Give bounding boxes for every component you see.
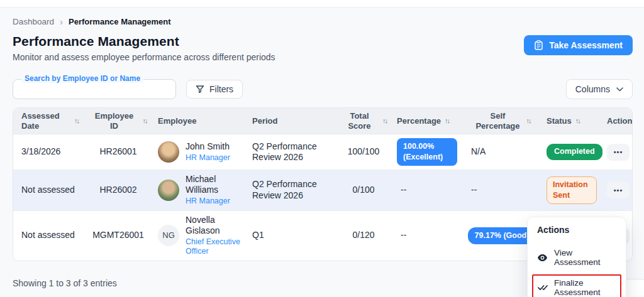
entries-summary: Showing 1 to 3 of 3 entries <box>13 278 117 288</box>
cell-self-percentage: N/A <box>462 143 541 161</box>
breadcrumb-dashboard[interactable]: Dashboard <box>13 17 54 26</box>
breadcrumb-current: Performance Management <box>69 17 171 26</box>
employee-role-link[interactable]: HR Manager <box>186 197 242 207</box>
employee-role-link[interactable]: HR Manager <box>186 153 230 163</box>
column-header-percentage[interactable]: Percentage ↑↓ <box>392 113 462 129</box>
pagination-button[interactable] <box>624 279 644 297</box>
columns-button[interactable]: Columns <box>566 79 633 99</box>
column-header-employee-id[interactable]: Employee ID ↑↓ <box>84 108 153 134</box>
chevron-down-icon <box>616 87 623 92</box>
search-field: Search by Employee ID or Name <box>13 79 176 99</box>
cell-assessed-date: Not assessed <box>13 226 84 245</box>
actions-menu-title: Actions <box>528 225 626 237</box>
sort-icon[interactable]: ↑↓ <box>445 117 449 125</box>
title-block: Performance Management Monitor and asses… <box>13 34 275 62</box>
cell-status: Completed <box>541 140 602 164</box>
top-strip <box>0 0 644 8</box>
column-header-employee: Employee <box>153 113 247 129</box>
sort-icon[interactable]: ↑↓ <box>382 117 387 125</box>
view-assessment-menu-item[interactable]: View Assessment <box>528 244 626 271</box>
self-percentage-badge: 79.17% (Good) <box>468 227 536 244</box>
page-header: Performance Management Monitor and asses… <box>13 34 633 62</box>
cell-employee-id: HR26002 <box>84 181 153 200</box>
row-actions-button[interactable]: ••• <box>607 181 630 198</box>
table-row[interactable]: 3/18/2026 HR26001 John Smith HR Manager … <box>13 134 632 170</box>
column-header-status[interactable]: Status ↑↓ <box>541 113 602 129</box>
cell-total-score: 100/100 <box>335 143 392 161</box>
cell-employee: Michael Williams HR Manager <box>153 170 247 210</box>
columns-label: Columns <box>575 84 610 94</box>
status-badge: Completed <box>547 144 602 160</box>
cell-employee-id: HR26001 <box>84 143 153 161</box>
eye-icon <box>537 254 548 262</box>
finalize-assessment-menu-item[interactable]: Finalize Assessment <box>532 274 621 297</box>
filters-button[interactable]: Filters <box>186 80 243 99</box>
employee-role-link[interactable]: Chief Executive Officer <box>186 237 242 257</box>
breadcrumb: Dashboard › Performance Management <box>13 17 633 26</box>
filter-funnel-icon <box>196 85 204 94</box>
cell-percentage: 100.00% (Excellent) <box>392 134 462 170</box>
view-assessment-label: View Assessment <box>554 248 616 267</box>
page-title: Performance Management <box>13 34 275 49</box>
avatar <box>158 141 179 163</box>
cell-action: ••• <box>602 140 633 165</box>
cell-employee: NG Novella Gislason Chief Executive Offi… <box>153 211 247 261</box>
column-header-self-percentage[interactable]: Self Percentage ↑↓ <box>462 108 541 134</box>
search-label: Search by Employee ID or Name <box>21 74 143 83</box>
cell-percentage: -- <box>392 226 462 245</box>
cell-total-score: 0/120 <box>335 226 392 245</box>
cell-total-score: 0/100 <box>335 181 392 200</box>
avatar-initials: NG <box>158 225 179 246</box>
actions-menu: Actions View Assessment Finalize Assessm… <box>527 217 626 297</box>
column-header-period: Period <box>247 113 335 129</box>
sort-icon[interactable]: ↑↓ <box>575 117 580 125</box>
sort-icon[interactable]: ↑↓ <box>74 117 79 125</box>
table-row[interactable]: Not assessed HR26002 Michael Williams HR… <box>13 170 632 211</box>
finalize-assessment-label: Finalize Assessment <box>554 278 616 297</box>
chevron-right-icon: › <box>60 17 63 26</box>
clipboard-icon <box>534 40 543 50</box>
sort-icon[interactable]: ↑↓ <box>526 117 531 125</box>
cell-employee: John Smith HR Manager <box>153 138 247 166</box>
cell-action: ••• <box>602 178 633 202</box>
cell-assessed-date: 3/18/2026 <box>13 143 84 161</box>
column-header-action: Action <box>602 113 633 129</box>
row-actions-button[interactable]: ••• <box>607 144 630 161</box>
filters-label: Filters <box>209 84 233 94</box>
cell-assessed-date: Not assessed <box>13 181 84 200</box>
double-check-icon <box>538 284 548 291</box>
employee-name: Michael Williams <box>186 174 242 196</box>
page-subtitle: Monitor and assess employee performance … <box>13 52 275 62</box>
column-header-assessed-date[interactable]: Assessed Date ↑↓ <box>13 108 84 134</box>
employee-name: John Smith <box>186 141 230 153</box>
cell-status: Invitation Sent <box>541 173 602 208</box>
table-header-row: Assessed Date ↑↓ Employee ID ↑↓ Employee… <box>13 108 632 134</box>
cell-employee-id: MGMT26001 <box>84 226 153 245</box>
cell-percentage: -- <box>392 181 462 200</box>
cell-period: Q2 Performance Review 2026 <box>247 175 335 205</box>
cell-period: Q1 <box>247 226 335 245</box>
take-assessment-label: Take Assessment <box>549 40 623 50</box>
take-assessment-button[interactable]: Take Assessment <box>524 35 633 55</box>
cell-period: Q2 Performance Review 2026 <box>247 138 335 167</box>
toolbar: Search by Employee ID or Name Filters Co… <box>13 79 633 99</box>
status-badge: Invitation Sent <box>547 176 597 204</box>
employee-name: Novella Gislason <box>186 215 242 237</box>
column-header-total-score[interactable]: Total Score ↑↓ <box>335 108 392 134</box>
avatar <box>158 180 179 201</box>
cell-self-percentage: -- <box>462 181 541 200</box>
sort-icon[interactable]: ↑↓ <box>143 117 147 125</box>
percentage-badge: 100.00% (Excellent) <box>397 138 457 166</box>
